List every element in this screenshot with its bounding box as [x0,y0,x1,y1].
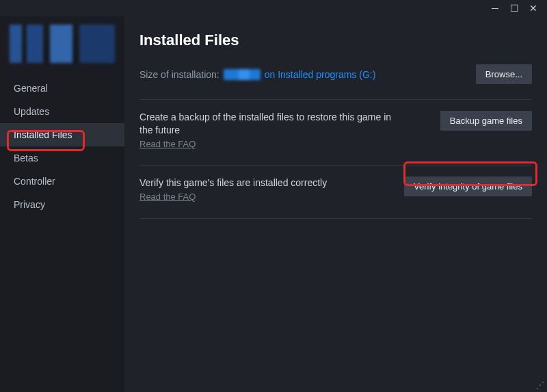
nav-label: Betas [14,153,38,164]
verify-section: Verify this game's files are installed c… [139,175,532,212]
nav-list: General Updates Installed Files Betas Co… [0,77,124,216]
nav-label: Installed Files [14,129,72,140]
browse-button[interactable]: Browse... [476,64,532,84]
backup-desc: Create a backup of the installed files t… [139,111,399,150]
backup-faq-link[interactable]: Read the FAQ [139,138,399,151]
content-wrap: Installed Files Size of installation: on… [124,16,547,392]
nav-label: Controller [14,176,55,187]
storage-row: Size of installation: on Installed progr… [139,64,532,84]
backup-section: Create a backup of the installed files t… [139,109,532,159]
nav-label: Updates [14,106,49,117]
storage-text: Size of installation: on Installed progr… [139,69,375,80]
storage-prefix: Size of installation: [139,69,219,80]
divider [139,218,532,219]
nav-item-betas[interactable]: Betas [0,146,124,170]
install-size-blurred [224,69,261,80]
nav-label: General [14,83,48,94]
sidebar: General Updates Installed Files Betas Co… [0,16,124,392]
nav-label: Privacy [14,199,45,210]
backup-desc-text: Create a backup of the installed files t… [139,112,391,135]
close-button[interactable]: ✕ [524,1,543,16]
nav-item-general[interactable]: General [0,77,124,100]
verify-desc-text: Verify this game's files are installed c… [139,177,327,188]
nav-item-updates[interactable]: Updates [0,100,124,123]
nav-item-controller[interactable]: Controller [0,170,124,193]
divider [139,99,532,100]
properties-window: ─ ☐ ✕ General Updates Installed Files Be… [0,0,547,392]
divider [139,165,532,166]
body: General Updates Installed Files Betas Co… [0,16,547,392]
storage-location-link[interactable]: on Installed programs (G:) [265,69,376,80]
verify-faq-link[interactable]: Read the FAQ [139,191,327,203]
maximize-button[interactable]: ☐ [505,1,524,16]
titlebar: ─ ☐ ✕ [0,0,547,16]
minimize-button[interactable]: ─ [485,1,505,16]
content: Installed Files Size of installation: on… [124,16,547,228]
game-artwork-blurred [10,25,115,63]
page-title: Installed Files [139,31,532,49]
nav-item-installed-files[interactable]: Installed Files [0,123,124,146]
backup-button[interactable]: Backup game files [440,111,532,131]
verify-button[interactable]: Verify integrity of game files [404,177,532,196]
verify-desc: Verify this game's files are installed c… [139,177,327,202]
game-header [10,25,115,63]
nav-item-privacy[interactable]: Privacy [0,193,124,216]
